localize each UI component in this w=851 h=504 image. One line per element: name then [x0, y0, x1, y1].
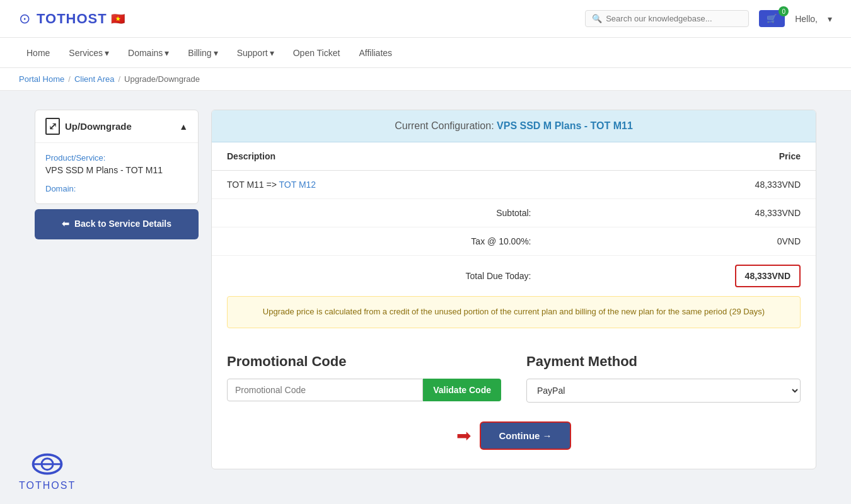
nav-affiliates[interactable]: Affiliates: [351, 38, 400, 68]
bottom-logo: TOTHOST: [19, 449, 76, 488]
plan-desc: TOT M11 => TOT M12: [212, 171, 547, 199]
back-to-service-button[interactable]: ⬅ Back to Service Details: [35, 209, 199, 239]
payment-title: Payment Method: [526, 353, 801, 370]
continue-arrow-icon: ➡: [456, 425, 471, 446]
main-panel: Current Configuration: VPS SSD M Plans -…: [211, 110, 816, 469]
promo-input-row: Validate Code: [227, 379, 501, 401]
plan-row: TOT M11 => TOT M12 48,333VND: [212, 171, 816, 199]
subtotal-value: 48,333VND: [547, 199, 816, 227]
topbar: ⊙ TOTHOST 🇻🇳 🔍 🛒 0 Hello, ▾: [0, 0, 851, 38]
breadcrumb-current: Upgrade/Downgrade: [124, 74, 200, 84]
desc-header: Description: [212, 142, 547, 171]
logo-area: ⊙ TOTHOST 🇻🇳: [19, 11, 125, 27]
logo-tot: TOT: [37, 11, 66, 26]
search-bar: 🔍: [585, 10, 749, 27]
plan-to: TOT M12: [279, 180, 316, 190]
bottom-host: HOST: [43, 480, 76, 488]
hello-text: Hello,: [795, 14, 818, 24]
topbar-right: 🔍 🛒 0 Hello, ▾: [585, 10, 832, 27]
updowngrade-icon: ⤢: [45, 118, 60, 135]
payment-section: Payment Method PayPal Bank Transfer Cred…: [526, 353, 801, 403]
config-prefix: Current Configuration:: [395, 120, 494, 131]
promo-payment-section: Promotional Code Validate Code Payment M…: [212, 341, 816, 415]
search-icon: 🔍: [592, 14, 602, 23]
breadcrumb-sep-2: /: [118, 74, 120, 84]
promo-code-input[interactable]: [227, 379, 423, 401]
sidebar-card: ⤢ Up/Downgrade ▲ Product/Service: VPS SS…: [35, 110, 199, 204]
cart-badge: 0: [779, 6, 789, 16]
promo-section: Promotional Code Validate Code: [227, 353, 501, 403]
total-value: 48,333VND: [735, 265, 801, 287]
total-label: Total Due Today:: [212, 256, 547, 297]
price-table: Description Price TOT M11 => TOT M12 48,…: [212, 142, 816, 296]
product-value: VPS SSD M Plans - TOT M11: [45, 165, 188, 175]
nav-support[interactable]: Support ▾: [229, 38, 282, 68]
continue-row: ➡ Continue →: [212, 415, 816, 469]
nav-domains[interactable]: Domains ▾: [120, 38, 177, 68]
billing-arrow-icon: ▾: [214, 48, 218, 58]
back-button-label: Back to Service Details: [74, 218, 171, 231]
tax-value: 0VND: [547, 227, 816, 256]
breadcrumb: Portal Home / Client Area / Upgrade/Down…: [0, 68, 851, 91]
flag-icon: 🇻🇳: [111, 12, 125, 26]
subtotal-row: Subtotal: 48,333VND: [212, 199, 816, 227]
sidebar-header: ⤢ Up/Downgrade ▲: [35, 110, 198, 143]
nav-open-ticket[interactable]: Open Ticket: [286, 38, 348, 68]
sidebar: ⤢ Up/Downgrade ▲ Product/Service: VPS SS…: [35, 110, 199, 469]
product-label: Product/Service:: [45, 153, 188, 163]
logo-host: HOST: [66, 11, 107, 26]
plan-from: TOT M11 =>: [227, 180, 279, 190]
sidebar-body: Product/Service: VPS SSD M Plans - TOT M…: [35, 143, 198, 203]
cart-button[interactable]: 🛒 0: [759, 10, 785, 27]
bottom-logo-text: TOTHOST: [19, 480, 76, 488]
subtotal-label: Subtotal:: [212, 199, 547, 227]
search-input[interactable]: [606, 14, 742, 23]
nav-billing[interactable]: Billing ▾: [180, 38, 225, 68]
tax-label: Tax @ 10.00%:: [212, 227, 547, 256]
config-header: Current Configuration: VPS SSD M Plans -…: [212, 110, 816, 142]
logo-icon: ⊙: [19, 11, 30, 27]
support-arrow-icon: ▾: [270, 48, 274, 58]
payment-method-select[interactable]: PayPal Bank Transfer Credit Card: [526, 379, 801, 403]
sidebar-title: Up/Downgrade: [65, 121, 132, 132]
breadcrumb-portal-home[interactable]: Portal Home: [19, 74, 64, 84]
user-dropdown-arrow[interactable]: ▾: [828, 14, 832, 24]
nav-services[interactable]: Services ▾: [61, 38, 117, 68]
bottom-logo-svg: [28, 449, 66, 480]
main-content: ⤢ Up/Downgrade ▲ Product/Service: VPS SS…: [16, 91, 835, 488]
sidebar-collapse-icon[interactable]: ▲: [179, 122, 188, 132]
breadcrumb-client-area[interactable]: Client Area: [74, 74, 115, 84]
back-icon: ⬅: [62, 218, 69, 231]
navbar: Home Services ▾ Domains ▾ Billing ▾ Supp…: [0, 38, 851, 68]
domains-arrow-icon: ▾: [165, 48, 169, 58]
services-arrow-icon: ▾: [105, 48, 109, 58]
promo-title: Promotional Code: [227, 353, 501, 370]
plan-price: 48,333VND: [547, 171, 816, 199]
domain-label: Domain:: [45, 184, 188, 193]
logo-text: TOTHOST: [37, 11, 107, 27]
nav-home[interactable]: Home: [19, 38, 57, 68]
notice-box: Upgrade price is calculated from a credi…: [227, 296, 801, 328]
tax-row: Tax @ 10.00%: 0VND: [212, 227, 816, 256]
bottom-tot: TOT: [19, 480, 43, 488]
total-row: Total Due Today: 48,333VND: [212, 256, 816, 297]
validate-code-button[interactable]: Validate Code: [423, 379, 501, 401]
price-header: Price: [547, 142, 816, 171]
continue-button[interactable]: Continue →: [480, 421, 570, 450]
config-plan-name: VPS SSD M Plans - TOT M11: [497, 120, 633, 131]
breadcrumb-sep-1: /: [68, 74, 71, 84]
notice-text: Upgrade price is calculated from a credi…: [263, 307, 765, 316]
